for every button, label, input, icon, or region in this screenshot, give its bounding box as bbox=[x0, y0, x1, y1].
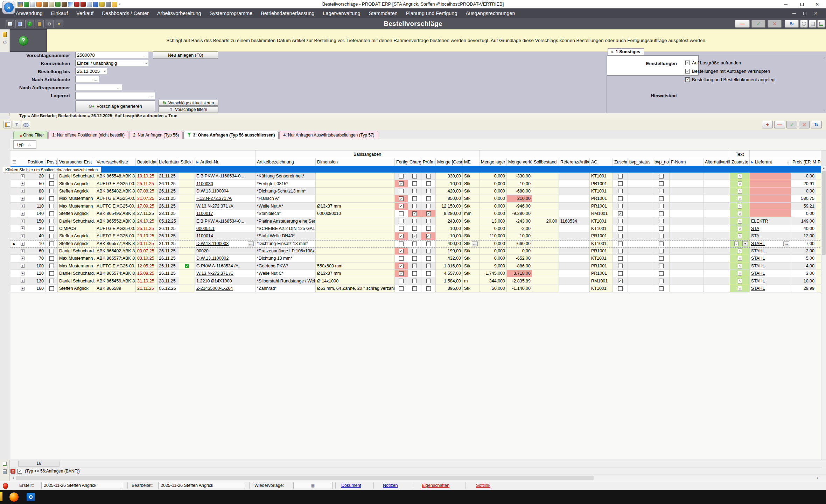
quick-icon-3[interactable] bbox=[30, 2, 35, 7]
cell-checkbox[interactable] bbox=[618, 189, 623, 193]
cell-art[interactable]: D.W.13.1100004 bbox=[195, 188, 255, 195]
artikel-link[interactable]: F.13.N-272.371 /A bbox=[196, 196, 232, 201]
cell-posb[interactable] bbox=[46, 247, 58, 254]
cell-f[interactable]: ✓ bbox=[395, 180, 408, 187]
text-note-icon[interactable]: a bbox=[738, 271, 742, 276]
text-note-icon[interactable]: a bbox=[738, 264, 742, 268]
scrollbar-thumb[interactable] bbox=[822, 171, 826, 255]
cell-exp[interactable]: + bbox=[18, 173, 26, 180]
cell-checkbox[interactable] bbox=[412, 196, 417, 201]
cell-checkbox[interactable] bbox=[49, 226, 54, 231]
table-row[interactable]: +80Steffen AngrickABK 865482;ABK 8...07.… bbox=[10, 188, 821, 195]
filter-tab-2[interactable]: 2: Nur Anfragen (Typ 56) bbox=[129, 131, 183, 139]
cell-checkbox[interactable] bbox=[412, 174, 417, 178]
filter-tab-1[interactable]: 1: Nur offene Positionen (nicht bestellt… bbox=[48, 131, 128, 139]
column-header-art[interactable]: ▶Artikel-Nr. bbox=[195, 158, 255, 166]
cell-checkbox[interactable]: ✓ bbox=[426, 211, 431, 216]
cell-checkbox[interactable] bbox=[412, 181, 417, 186]
menu-item-stammdaten[interactable]: Stammdaten bbox=[365, 8, 402, 18]
expand-icon[interactable]: + bbox=[21, 249, 24, 253]
expand-icon[interactable]: + bbox=[21, 204, 24, 208]
cell-posb[interactable] bbox=[46, 240, 58, 247]
grid-insert-row[interactable] bbox=[10, 166, 821, 173]
column-header-lief[interactable]: ▶Lieferant△ bbox=[750, 158, 791, 166]
cell-f[interactable] bbox=[395, 277, 408, 284]
horizontal-scrollbar[interactable]: ‹ › bbox=[10, 475, 826, 481]
column-header-prei[interactable]: Prei bbox=[816, 158, 821, 166]
table-row[interactable]: ▶+10Steffen AngrickABK 865577;ABK 8...20… bbox=[10, 240, 821, 247]
quick-icon-14[interactable] bbox=[99, 2, 105, 7]
column-header-st[interactable]: Stückl bbox=[179, 158, 195, 166]
column-header-bez[interactable]: Artikelbezeichnung bbox=[255, 158, 316, 166]
dokument-link[interactable]: Dokument bbox=[341, 483, 361, 488]
cell-checkbox[interactable] bbox=[426, 174, 431, 178]
cell-checkbox[interactable] bbox=[618, 241, 623, 246]
cell-bvpn[interactable] bbox=[653, 188, 670, 195]
outlook-icon[interactable]: O bbox=[26, 492, 36, 502]
dropdown-icon[interactable]: ▾ bbox=[742, 241, 748, 246]
text-note-icon[interactable]: a bbox=[738, 204, 742, 209]
cell-checkbox[interactable] bbox=[399, 211, 404, 216]
help-icon[interactable]: ? bbox=[25, 20, 34, 28]
cell-checkbox[interactable] bbox=[618, 286, 623, 291]
archive-icon[interactable] bbox=[2, 31, 7, 37]
expand-icon[interactable]: + bbox=[21, 272, 24, 275]
group-by-typ-chip[interactable]: Typ△ bbox=[13, 140, 36, 149]
text-note-icon[interactable]: a bbox=[738, 256, 742, 261]
menu-item-dashboards-center[interactable]: Dashboards / Center bbox=[98, 8, 153, 18]
nach-artikelcode-input[interactable]: … bbox=[75, 76, 99, 83]
new-window-icon[interactable] bbox=[6, 20, 14, 28]
column-header-zu[interactable]: Zuschn bbox=[613, 158, 628, 166]
cell-lief[interactable]: STA bbox=[750, 232, 791, 239]
column-header-liste[interactable]: Verursacherliste bbox=[95, 158, 136, 166]
cell-c[interactable] bbox=[408, 240, 421, 247]
cell-checkbox[interactable] bbox=[49, 286, 54, 291]
cell-checkbox[interactable] bbox=[399, 226, 404, 231]
vorschlaege-generieren-button[interactable]: ⚙+ Vorschläge generieren bbox=[75, 100, 155, 112]
cell-checkbox[interactable] bbox=[49, 204, 54, 208]
artikel-link[interactable]: D.W.13.1100004 bbox=[196, 189, 229, 194]
cell-p[interactable]: ✓ bbox=[421, 232, 436, 239]
expand-icon[interactable]: + bbox=[21, 226, 24, 230]
clear-filter-button[interactable]: x bbox=[10, 469, 15, 474]
cell-lief[interactable] bbox=[750, 210, 791, 217]
lieferant-link[interactable]: ELEKTR bbox=[751, 219, 768, 224]
column-header-me[interactable]: ME bbox=[463, 158, 479, 166]
text-note-icon[interactable]: a bbox=[738, 174, 742, 178]
cell-checkbox[interactable] bbox=[49, 174, 54, 178]
cell-checkbox[interactable] bbox=[49, 219, 54, 223]
cell-c[interactable] bbox=[408, 180, 421, 187]
search-binoculars-icon[interactable] bbox=[22, 121, 30, 128]
cell-c[interactable] bbox=[408, 285, 421, 292]
cell-art[interactable]: G.PKW.A-1168534 /A bbox=[195, 262, 255, 270]
artikel-link[interactable]: 000051.1 bbox=[196, 226, 215, 231]
cell-posb[interactable] bbox=[46, 225, 58, 232]
cell-checkbox[interactable] bbox=[618, 219, 623, 223]
cell-zu[interactable] bbox=[613, 188, 628, 195]
text-note-icon[interactable]: a bbox=[738, 248, 742, 253]
cell-art[interactable]: Z-21435000-L-Z64 bbox=[195, 285, 255, 292]
table-row[interactable]: +50Steffen AngrickAUFTG E AG25-00...25.1… bbox=[10, 180, 821, 187]
cell-art[interactable]: F.13.N-272.371 /A bbox=[195, 195, 255, 202]
cell-zu[interactable] bbox=[613, 225, 628, 232]
cell-zu[interactable]: ✓ bbox=[613, 210, 628, 217]
lieferant-link[interactable]: STAHL bbox=[751, 271, 765, 276]
scroll-up-icon[interactable]: ∧ bbox=[823, 56, 825, 60]
cell-checkbox[interactable] bbox=[399, 279, 404, 283]
text-note-icon[interactable]: a bbox=[738, 196, 742, 201]
quick-icon-2[interactable] bbox=[24, 2, 29, 7]
add-record-icon[interactable] bbox=[2, 461, 7, 467]
cell-checkbox[interactable] bbox=[49, 189, 54, 193]
column-header-alt[interactable]: Alternativartil bbox=[704, 158, 730, 166]
column-header-exp[interactable] bbox=[18, 158, 26, 166]
cell-checkbox[interactable] bbox=[618, 234, 623, 238]
column-header-c[interactable]: Charg bbox=[408, 158, 421, 166]
text-note-icon[interactable]: a bbox=[738, 286, 742, 291]
quick-icon-6[interactable] bbox=[49, 2, 54, 7]
cell-exp[interactable]: + bbox=[18, 180, 26, 187]
cell-lief[interactable] bbox=[750, 180, 791, 187]
cell-posb[interactable] bbox=[46, 232, 58, 239]
cell-p[interactable] bbox=[421, 195, 436, 202]
cell-bvpn[interactable] bbox=[653, 217, 670, 224]
quick-icon-15[interactable] bbox=[106, 2, 111, 7]
